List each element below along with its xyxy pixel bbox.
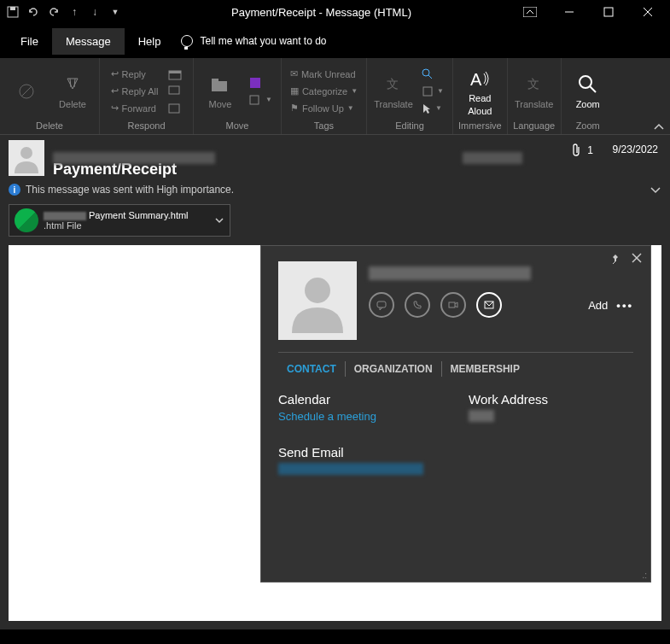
email-icon[interactable]: [476, 292, 502, 318]
address-redacted: [469, 410, 494, 422]
mark-unread-button[interactable]: ✉Mark Unread: [287, 67, 361, 82]
follow-up-button[interactable]: ⚑Follow Up ▼: [287, 101, 361, 116]
svg-point-31: [305, 278, 330, 303]
envelope-icon: ✉: [290, 68, 298, 79]
recipient-redacted: [463, 152, 522, 164]
svg-text:文: 文: [527, 77, 539, 91]
tab-membership[interactable]: MEMBERSHIP: [442, 361, 528, 377]
group-label-delete: Delete: [36, 120, 63, 132]
more-respond-button[interactable]: [165, 101, 185, 116]
svg-point-25: [580, 76, 591, 88]
qat-dropdown-icon[interactable]: ▼: [106, 3, 125, 21]
tell-me-label: Tell me what you want to do: [200, 35, 326, 47]
im-button[interactable]: [165, 84, 185, 99]
group-label-tags: Tags: [314, 120, 334, 132]
resize-grip-icon[interactable]: .:: [642, 571, 647, 580]
collapse-ribbon-icon[interactable]: [653, 122, 665, 131]
close-icon[interactable]: [636, 3, 660, 21]
group-label-language: Language: [513, 120, 555, 132]
tab-help[interactable]: Help: [125, 28, 175, 55]
more-options-icon[interactable]: •••: [616, 299, 633, 312]
group-label-editing: Editing: [395, 120, 424, 132]
undo-icon[interactable]: [24, 3, 43, 21]
svg-rect-2: [523, 7, 537, 17]
importance-notice: i This message was sent with High import…: [9, 184, 661, 196]
svg-rect-33: [449, 302, 455, 307]
email-redacted[interactable]: [278, 463, 423, 475]
group-label-immersive: Immersive: [458, 120, 502, 132]
tab-contact[interactable]: CONTACT: [278, 361, 346, 377]
work-address-label: Work Address: [469, 392, 633, 407]
chat-icon[interactable]: [369, 292, 394, 318]
svg-rect-14: [169, 104, 179, 113]
paperclip-icon: [570, 143, 582, 157]
group-label-move: Move: [226, 120, 249, 132]
translate-button-disabled: 文Translate: [372, 73, 415, 109]
tab-organization[interactable]: ORGANIZATION: [346, 361, 442, 377]
actions-button[interactable]: ▼: [245, 92, 276, 108]
tab-file[interactable]: File: [7, 28, 52, 55]
svg-line-8: [21, 86, 32, 97]
tell-me-search[interactable]: Tell me what you want to do: [181, 35, 326, 47]
up-icon[interactable]: ↑: [65, 3, 84, 21]
attachment-indicator[interactable]: 1: [570, 143, 593, 157]
save-icon[interactable]: [3, 3, 22, 21]
svg-rect-32: [377, 302, 386, 307]
select-button[interactable]: ▼: [418, 101, 447, 116]
ribbon-group-immersive: AReadAloud Immersive: [453, 58, 508, 134]
meeting-button[interactable]: [165, 67, 185, 82]
quick-access-toolbar: ↑ ↓ ▼: [3, 3, 125, 21]
attachment-item[interactable]: Payment Summary.html .html File: [9, 204, 230, 237]
svg-line-26: [590, 86, 596, 92]
svg-line-21: [428, 75, 432, 79]
bulb-icon: [181, 35, 193, 47]
svg-line-9: [70, 79, 71, 87]
importance-text: This message was sent with High importan…: [26, 184, 234, 196]
expand-header-icon[interactable]: [650, 185, 661, 194]
related-button[interactable]: ▼: [418, 84, 447, 99]
svg-rect-22: [423, 87, 432, 96]
contact-tabs: CONTACT ORGANIZATION MEMBERSHIP: [278, 361, 633, 377]
send-email-label: Send Email: [278, 445, 443, 460]
add-contact-button[interactable]: Add: [588, 299, 608, 312]
ignore-button[interactable]: [5, 79, 48, 103]
read-aloud-button[interactable]: AReadAloud: [458, 67, 501, 116]
translate-button[interactable]: 文Translate: [513, 73, 556, 109]
attachment-dropdown-icon[interactable]: [214, 216, 224, 225]
attachment-count: 1: [587, 144, 593, 156]
zoom-button[interactable]: Zoom: [567, 73, 609, 109]
forward-button[interactable]: ↪Forward: [108, 101, 162, 116]
down-icon[interactable]: ↓: [85, 3, 104, 21]
forward-icon: ↪: [111, 102, 119, 114]
pin-icon[interactable]: [609, 253, 621, 265]
svg-rect-16: [212, 79, 218, 81]
ribbon-display-icon[interactable]: [518, 3, 542, 21]
delete-button[interactable]: Delete: [51, 73, 94, 109]
reply-all-button[interactable]: ↩Reply All: [108, 84, 162, 99]
message-date: 9/23/2022: [613, 143, 658, 155]
titlebar: ↑ ↓ ▼ Payment/Receipt - Message (HTML): [0, 0, 670, 24]
message-body-area: Add ••• CONTACT ORGANIZATION MEMBERSHIP …: [0, 245, 670, 629]
move-button[interactable]: Move: [199, 73, 242, 109]
onenote-button[interactable]: [245, 75, 276, 91]
reply-button[interactable]: ↩Reply: [108, 67, 162, 82]
ribbon-group-respond: ↩Reply ↩Reply All ↪Forward Respond: [100, 58, 194, 134]
redo-icon[interactable]: [44, 3, 63, 21]
ribbon-group-tags: ✉Mark Unread ▦Categorize ▼ ⚑Follow Up ▼ …: [282, 58, 367, 134]
message-header: 1 9/23/2022 Payment/Receipt i This messa…: [0, 135, 670, 199]
svg-rect-4: [604, 8, 613, 16]
close-card-icon[interactable]: [632, 253, 642, 265]
svg-text:A: A: [470, 70, 482, 89]
contact-card: Add ••• CONTACT ORGANIZATION MEMBERSHIP …: [260, 245, 651, 583]
ribbon-group-delete: Delete Delete: [0, 58, 100, 134]
maximize-icon[interactable]: [597, 3, 620, 21]
phone-icon[interactable]: [405, 292, 430, 318]
schedule-meeting-link[interactable]: Schedule a meeting: [278, 410, 443, 423]
sender-avatar[interactable]: [9, 140, 44, 176]
svg-rect-1: [10, 7, 15, 10]
video-icon[interactable]: [440, 292, 466, 318]
categorize-button[interactable]: ▦Categorize ▼: [287, 84, 361, 99]
find-button[interactable]: [418, 67, 447, 82]
tab-message[interactable]: Message: [52, 28, 125, 55]
minimize-icon[interactable]: [557, 3, 581, 21]
